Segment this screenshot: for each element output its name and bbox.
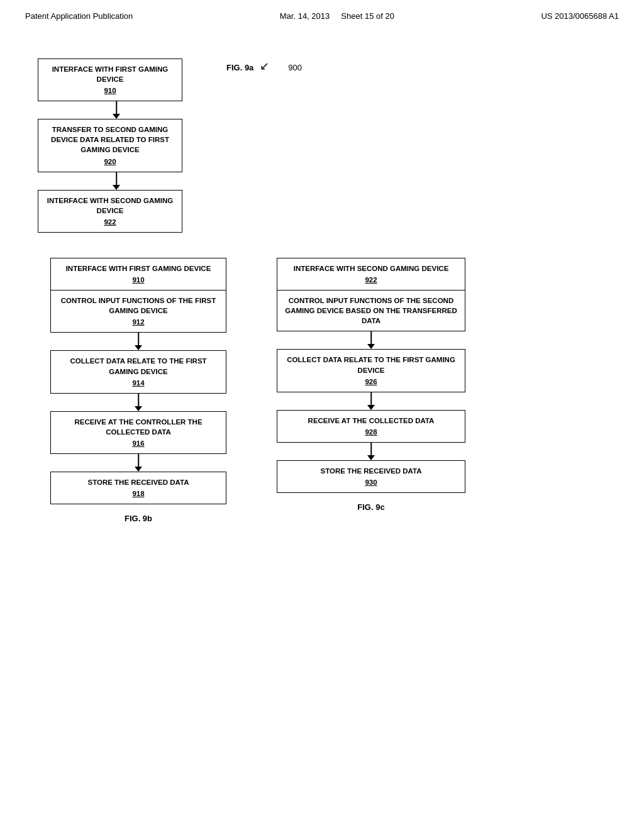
- fig9b-label: FIG. 9b: [50, 514, 226, 523]
- box-926: COLLECT DATA RELATE TO THE FIRST GAMING …: [277, 349, 465, 392]
- box-922a: INTERFACE WITH SECOND GAMING DEVICE 922: [38, 190, 182, 233]
- box-916-ref: 916: [57, 438, 219, 448]
- box-922c-ref: 922: [284, 275, 458, 285]
- sheet-info: Sheet 15 of 20: [341, 11, 394, 21]
- box-922c: INTERFACE WITH SECOND GAMING DEVICE 922: [277, 258, 465, 290]
- box-914: COLLECT DATA RELATE TO THE FIRST GAMING …: [50, 350, 226, 393]
- box-910b-ref: 910: [57, 275, 219, 285]
- fig9c-group-box: INTERFACE WITH SECOND GAMING DEVICE 922 …: [277, 258, 465, 331]
- box-920-text: TRANSFER TO SECOND GAMING DEVICE DATA RE…: [51, 126, 169, 153]
- box-922a-text: INTERFACE WITH SECOND GAMING DEVICE: [47, 197, 174, 214]
- fig9b-group-box: INTERFACE WITH FIRST GAMING DEVICE 910 C…: [50, 258, 226, 333]
- arrow-920-922: [38, 172, 195, 190]
- box-926-text: COLLECT DATA RELATE TO THE FIRST GAMING …: [287, 356, 455, 374]
- fig9a-label-line: FIG. 9a ↙ 900: [226, 62, 302, 73]
- fig9a-label: FIG. 9a: [226, 63, 253, 72]
- box-922c-text: INTERFACE WITH SECOND GAMING DEVICE: [294, 265, 449, 272]
- box-930: STORE THE RECEIVED DATA 930: [277, 460, 465, 493]
- fig9a-number: 900: [288, 63, 302, 72]
- box-924-text: CONTROL INPUT FUNCTIONS OF THE SECOND GA…: [285, 297, 457, 324]
- box-918-ref: 918: [57, 489, 219, 499]
- fig9c-section: INTERFACE WITH SECOND GAMING DEVICE 922 …: [277, 258, 465, 512]
- header-left: Patent Application Publication: [25, 11, 133, 21]
- box-912: CONTROL INPUT FUNCTIONS OF THE FIRST GAM…: [51, 290, 226, 332]
- box-910: INTERFACE WITH FIRST GAMING DEVICE 910: [38, 58, 182, 101]
- fig9b-section: INTERFACE WITH FIRST GAMING DEVICE 910 C…: [50, 258, 239, 523]
- header-right: US 2013/0065688 A1: [541, 11, 619, 21]
- arrow-910-920: [38, 101, 195, 119]
- box-918-text: STORE THE RECEIVED DATA: [87, 479, 189, 486]
- fig9a-section: INTERFACE WITH FIRST GAMING DEVICE 910 T…: [38, 58, 606, 233]
- arrow-916-918: [50, 454, 226, 472]
- box-930-text: STORE THE RECEIVED DATA: [320, 467, 421, 475]
- box-930-ref: 930: [284, 477, 458, 487]
- arrow-912-914: [50, 333, 226, 350]
- arrow-914-916: [50, 394, 226, 411]
- box-912-text: CONTROL INPUT FUNCTIONS OF THE FIRST GAM…: [61, 297, 216, 314]
- box-918: STORE THE RECEIVED DATA 918: [50, 472, 226, 504]
- box-924: CONTROL INPUT FUNCTIONS OF THE SECOND GA…: [277, 290, 465, 331]
- arrow-924-926: [277, 331, 465, 349]
- main-content: INTERFACE WITH FIRST GAMING DEVICE 910 T…: [0, 21, 644, 536]
- box-920: TRANSFER TO SECOND GAMING DEVICE DATA RE…: [38, 119, 182, 172]
- page-header: Patent Application Publication Mar. 14, …: [0, 0, 644, 21]
- header-center: Mar. 14, 2013 Sheet 15 of 20: [280, 11, 394, 21]
- publication-label: Patent Application Publication: [25, 11, 133, 21]
- box-926-ref: 926: [284, 377, 458, 387]
- section-bottom: INTERFACE WITH FIRST GAMING DEVICE 910 C…: [50, 258, 606, 523]
- patent-number: US 2013/0065688 A1: [541, 11, 619, 21]
- box-910-ref: 910: [45, 86, 175, 96]
- box-920-ref: 920: [45, 157, 175, 167]
- box-910b-text: INTERFACE WITH FIRST GAMING DEVICE: [66, 265, 211, 272]
- fig9a-label-area: FIG. 9a ↙ 900: [226, 62, 302, 233]
- fig9a-flow: INTERFACE WITH FIRST GAMING DEVICE 910 T…: [38, 58, 195, 233]
- arrow-900-icon: ↙: [260, 59, 269, 73]
- box-910-text: INTERFACE WITH FIRST GAMING DEVICE: [52, 65, 169, 83]
- box-912-ref: 912: [57, 317, 219, 327]
- fig9c-label: FIG. 9c: [277, 502, 465, 512]
- box-928: RECEIVE AT THE COLLECTED DATA 928: [277, 410, 465, 443]
- box-916-text: RECEIVE AT THE CONTROLLER THE COLLECTED …: [74, 418, 202, 436]
- box-922a-ref: 922: [45, 217, 175, 227]
- box-914-ref: 914: [57, 378, 219, 388]
- publication-date: Mar. 14, 2013: [280, 11, 330, 21]
- box-928-ref: 928: [284, 427, 458, 437]
- arrow-926-928: [277, 392, 465, 410]
- box-914-text: COLLECT DATA RELATE TO THE FIRST GAMING …: [70, 357, 206, 375]
- box-916: RECEIVE AT THE CONTROLLER THE COLLECTED …: [50, 411, 226, 454]
- arrow-928-930: [277, 443, 465, 460]
- box-928-text: RECEIVE AT THE COLLECTED DATA: [308, 417, 435, 424]
- box-910b: INTERFACE WITH FIRST GAMING DEVICE 910: [51, 258, 226, 290]
